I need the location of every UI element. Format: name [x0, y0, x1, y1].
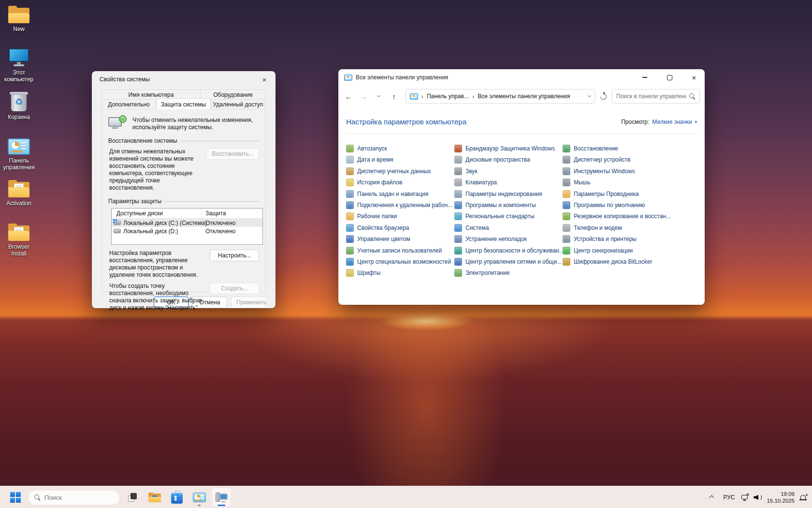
control-panel-item[interactable]: Звук — [454, 167, 563, 175]
view-selector[interactable]: Просмотр: Мелкие значки ▾ — [621, 119, 697, 125]
control-panel-item[interactable]: Диспетчер учетных данных — [346, 167, 454, 175]
back-icon[interactable]: ← — [342, 90, 355, 103]
sync-center-icon — [563, 247, 570, 254]
control-panel-item[interactable]: Автозапуск — [346, 145, 454, 152]
file-explorer-button[interactable] — [145, 488, 164, 507]
close-icon[interactable]: × — [683, 70, 705, 85]
forward-icon[interactable]: → — [357, 90, 370, 103]
tray-expand-button[interactable] — [707, 494, 716, 501]
language-indicator[interactable]: РУС — [721, 494, 737, 501]
control-panel-item[interactable]: Дисковые пространства — [454, 156, 563, 164]
table-row[interactable]: Локальный диск (C:) (Система) Отключено — [112, 219, 262, 227]
tab-system-protection[interactable]: Защита системы — [156, 98, 211, 109]
control-panel-item[interactable]: Центр безопасности и обслуживан... — [454, 247, 563, 254]
control-panel-item-label: Телефон и модем — [574, 224, 622, 231]
tab-remote-access[interactable]: Удаленный доступ — [211, 99, 265, 109]
control-panel-item[interactable]: Брандмауэр Защитника Windows — [454, 145, 563, 152]
up-icon[interactable]: ↑ — [387, 90, 400, 103]
control-panel-item[interactable]: Электропитание — [454, 269, 563, 277]
control-panel-item[interactable]: Программы по умолчанию — [563, 201, 697, 209]
maximize-icon[interactable] — [659, 70, 680, 85]
clock[interactable]: 19:09 15.10.2025 — [767, 491, 795, 504]
volume-icon[interactable] — [754, 494, 762, 501]
control-panel-item-label: Центр безопасности и обслуживан... — [465, 247, 564, 254]
control-panel-item[interactable]: Рабочие папки — [346, 212, 454, 220]
refresh-icon[interactable] — [597, 90, 610, 103]
control-panel-item-label: Панель задач и навигация — [357, 191, 428, 197]
notification-bell-icon[interactable]: z — [799, 494, 807, 501]
control-panel-item[interactable]: История файлов — [346, 179, 454, 186]
configure-button[interactable]: Настроить... — [210, 250, 259, 261]
control-panel-item[interactable]: Инструменты Windows — [563, 167, 697, 175]
drive-icon — [114, 229, 121, 233]
desktop-icon-control-panel[interactable]: Панель управления — [0, 138, 38, 171]
security-maintenance-icon — [454, 247, 462, 254]
control-panel-item[interactable]: Параметры индексирования — [454, 190, 563, 198]
taskbar-search[interactable] — [28, 490, 120, 505]
control-panel-item[interactable]: Мышь — [563, 179, 697, 186]
control-panel-item[interactable]: Телефон и модем — [563, 224, 697, 232]
control-panel-item[interactable]: Восстановление — [563, 145, 697, 152]
column-header-protection[interactable]: Защита — [202, 209, 262, 218]
minimize-icon[interactable] — [634, 70, 655, 85]
view-label: Просмотр: — [621, 119, 649, 125]
control-panel-item-label: Устранение неполадок — [465, 236, 527, 242]
restore-group-header: Восстановление системы — [108, 137, 259, 144]
control-panel-item-label: Резервное копирование и восстан... — [574, 213, 671, 220]
desktop-icon-new[interactable]: New — [0, 6, 38, 32]
control-panel-items-grid: Автозапуск Дата и время Диспетчер учетны… — [346, 145, 697, 281]
table-row[interactable]: Локальный диск (D:) Отключено — [112, 227, 262, 235]
control-panel-item[interactable]: Управление цветом — [346, 235, 454, 243]
control-panel-item[interactable]: Региональные стандарты — [454, 212, 563, 220]
address-bar[interactable]: › Панель управ... › Все элементы панели … — [406, 89, 595, 104]
desktop-icon-browser-install[interactable]: Browser Install — [0, 224, 38, 257]
drive-protection-status: Отключено — [202, 220, 262, 226]
control-panel-item[interactable]: Дата и время — [346, 156, 454, 164]
navigation-toolbar: ← → ↑ › Панель управ... › Все элементы п… — [338, 86, 705, 107]
control-panel-item[interactable]: Центр управления сетями и общи... — [454, 258, 563, 266]
control-panel-item[interactable]: Подключения к удаленным рабоч... — [346, 201, 454, 209]
control-panel-item[interactable]: Система — [454, 224, 563, 232]
control-panel-item[interactable]: Свойства браузера — [346, 224, 454, 232]
control-panel-item[interactable]: Клавиатура — [454, 179, 563, 186]
window-title: Все элементы панели управления — [356, 74, 631, 81]
task-view-button[interactable] — [123, 488, 142, 507]
desktop-icon-activation[interactable]: Activation — [0, 180, 38, 207]
tab-advanced[interactable]: Дополнительно — [102, 99, 156, 109]
control-panel-item[interactable]: Шифрование диска BitLocker — [563, 258, 697, 266]
restore-button[interactable]: Восстановить... — [206, 148, 259, 160]
control-panel-item[interactable]: Программы и компоненты — [454, 201, 563, 209]
control-panel-item[interactable]: Центр специальных возможностей — [346, 258, 454, 266]
close-icon[interactable]: × — [258, 74, 271, 85]
view-value[interactable]: Мелкие значки — [652, 119, 692, 125]
address-dropdown-icon[interactable] — [588, 94, 591, 97]
control-panel-item[interactable]: Устранение неполадок — [454, 235, 563, 243]
desktop-icon-recycle-bin[interactable]: ♻ Корзина — [0, 92, 38, 120]
breadcrumb-all-items[interactable]: Все элементы панели управления — [478, 93, 570, 100]
search-input[interactable] — [616, 93, 686, 100]
network-icon[interactable] — [741, 494, 749, 501]
desktop-icon-this-pc[interactable]: Этот компьютер — [0, 48, 38, 83]
control-panel-item[interactable]: Устройства и принтеры — [563, 235, 697, 243]
column-header-drives[interactable]: Доступные диски — [112, 209, 202, 218]
control-panel-item[interactable]: Шрифты — [346, 269, 454, 277]
recent-locations-icon[interactable] — [372, 90, 385, 103]
breadcrumb-control-panel[interactable]: Панель управ... — [427, 93, 469, 100]
control-panel-item[interactable]: Учетные записи пользователей — [346, 247, 454, 254]
control-panel-taskbar-button[interactable] — [189, 488, 209, 507]
taskbar-search-input[interactable] — [44, 494, 93, 501]
control-panel-item[interactable]: Диспетчер устройств — [563, 156, 697, 164]
control-panel-item-label: Электропитание — [465, 269, 509, 276]
control-panel-item-label: Дата и время — [357, 156, 393, 163]
control-panel-searchbox[interactable] — [612, 89, 700, 104]
file-explorer-icon — [148, 493, 161, 502]
system-properties-taskbar-button[interactable] — [212, 488, 231, 507]
control-panel-item[interactable]: Параметры Проводника — [563, 190, 697, 198]
start-button[interactable] — [6, 488, 25, 507]
desktop-icon-label: New — [13, 26, 25, 32]
control-panel-item[interactable]: Резервное копирование и восстан... — [563, 212, 697, 220]
microsoft-store-button[interactable] — [167, 488, 187, 507]
create-restore-point-button[interactable]: Создать... — [210, 283, 259, 294]
control-panel-item[interactable]: Центр синхронизации — [563, 247, 697, 254]
control-panel-item[interactable]: Панель задач и навигация — [346, 190, 454, 198]
